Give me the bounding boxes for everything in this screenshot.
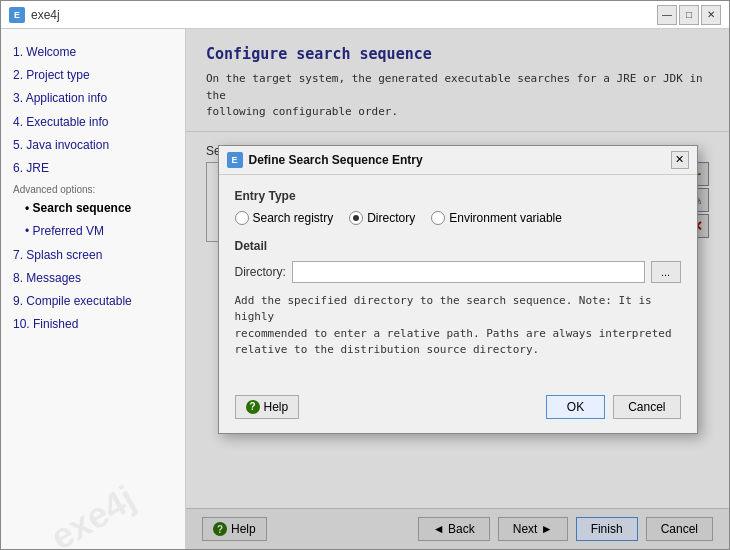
sidebar-item-java-invocation[interactable]: 5. Java invocation: [9, 134, 177, 157]
title-bar-left: E exe4j: [9, 7, 60, 23]
main-content: 1. Welcome 2. Project type 3. Applicatio…: [1, 29, 729, 549]
radio-option-directory[interactable]: Directory: [349, 211, 415, 225]
dialog-help-button[interactable]: ? Help: [235, 395, 300, 419]
window-controls: — □ ✕: [657, 5, 721, 25]
dialog-footer: ? Help OK Cancel: [219, 387, 697, 433]
dialog-title-left: E Define Search Sequence Entry: [227, 152, 423, 168]
browse-button[interactable]: ...: [651, 261, 681, 283]
dialog-footer-right: OK Cancel: [546, 395, 681, 419]
sidebar: 1. Welcome 2. Project type 3. Applicatio…: [1, 29, 186, 549]
dialog-body: Entry Type Search registry Directory: [219, 175, 697, 387]
maximize-button[interactable]: □: [679, 5, 699, 25]
sidebar-item-project-type[interactable]: 2. Project type: [9, 64, 177, 87]
detail-section: Detail Directory: ... Add the specified …: [235, 239, 681, 359]
title-bar: E exe4j — □ ✕: [1, 1, 729, 29]
sidebar-item-search-sequence[interactable]: • Search sequence: [9, 197, 177, 220]
entry-type-label: Entry Type: [235, 189, 681, 203]
define-search-entry-dialog: E Define Search Sequence Entry ✕ Entry T…: [218, 145, 698, 434]
radio-option-env-variable[interactable]: Environment variable: [431, 211, 562, 225]
directory-input[interactable]: [292, 261, 645, 283]
sidebar-item-exec-info[interactable]: 4. Executable info: [9, 111, 177, 134]
main-window: E exe4j — □ ✕ 1. Welcome 2. Project type…: [0, 0, 730, 550]
radio-option-search-registry[interactable]: Search registry: [235, 211, 334, 225]
sidebar-item-app-info[interactable]: 3. Application info: [9, 87, 177, 110]
help-icon: ?: [246, 400, 260, 414]
sidebar-item-finished[interactable]: 10. Finished: [9, 313, 177, 336]
sidebar-item-messages[interactable]: 8. Messages: [9, 267, 177, 290]
dialog-ok-button[interactable]: OK: [546, 395, 605, 419]
dialog-title-bar: E Define Search Sequence Entry ✕: [219, 146, 697, 175]
sidebar-item-splash-screen[interactable]: 7. Splash screen: [9, 244, 177, 267]
minimize-button[interactable]: —: [657, 5, 677, 25]
dialog-app-icon: E: [227, 152, 243, 168]
dialog-overlay: E Define Search Sequence Entry ✕ Entry T…: [186, 29, 729, 549]
sidebar-advanced-label: Advanced options:: [9, 180, 177, 197]
dialog-close-button[interactable]: ✕: [671, 151, 689, 169]
dialog-cancel-button[interactable]: Cancel: [613, 395, 680, 419]
radio-search-registry-input[interactable]: [235, 211, 249, 225]
directory-label: Directory:: [235, 265, 286, 279]
info-text: Add the specified directory to the searc…: [235, 293, 681, 359]
detail-label: Detail: [235, 239, 681, 253]
sidebar-item-jre[interactable]: 6. JRE: [9, 157, 177, 180]
sidebar-item-preferred-vm[interactable]: • Preferred VM: [9, 220, 177, 243]
sidebar-item-compile-executable[interactable]: 9. Compile executable: [9, 290, 177, 313]
sidebar-item-welcome[interactable]: 1. Welcome: [9, 41, 177, 64]
radio-env-variable-input[interactable]: [431, 211, 445, 225]
main-panel: Configure search sequence On the target …: [186, 29, 729, 549]
dialog-title-text: Define Search Sequence Entry: [249, 153, 423, 167]
close-button[interactable]: ✕: [701, 5, 721, 25]
radio-directory-input[interactable]: [349, 211, 363, 225]
sidebar-watermark: exe4j: [3, 454, 183, 549]
app-icon: E: [9, 7, 25, 23]
directory-row: Directory: ...: [235, 261, 681, 283]
window-title: exe4j: [31, 8, 60, 22]
radio-group-entry-type: Search registry Directory Environment va…: [235, 211, 681, 225]
